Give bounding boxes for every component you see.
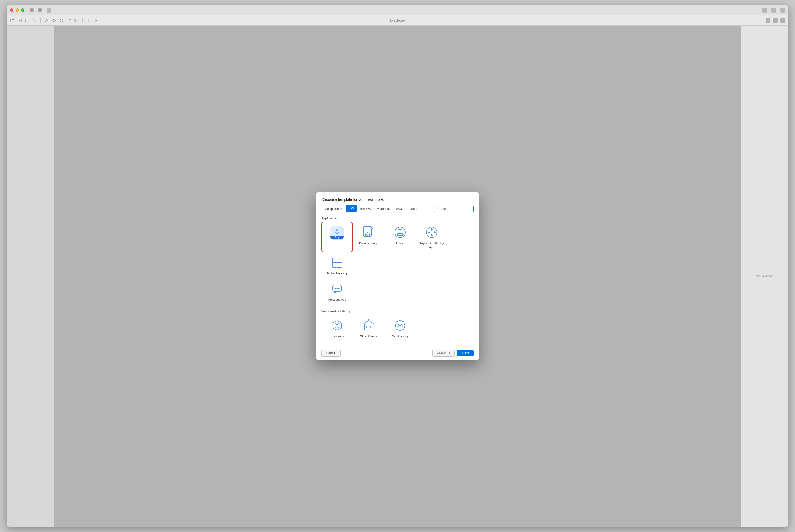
sticker-icon [330,256,344,266]
template-game[interactable]: Game [384,222,398,252]
svg-point-16 [395,227,398,238]
inspector-icon[interactable] [25,18,30,23]
close-tab-icon[interactable] [17,18,22,23]
sidebar [7,26,54,266]
stop-button[interactable] [38,8,42,12]
svg-rect-30 [337,258,342,263]
svg-rect-29 [332,258,337,263]
maximize-button[interactable] [21,8,24,12]
game-label: Game [396,241,398,245]
traffic-lights [10,8,24,12]
minimize-button[interactable] [16,8,19,12]
tabs-row: Multiplatform iOS macOS watchOS tvOS Oth… [321,205,398,213]
tab-multiplatform[interactable]: Multiplatform [321,206,346,212]
app-icon-wrap: App [330,226,344,240]
run-button[interactable] [30,8,34,12]
close-button[interactable] [10,8,14,12]
svg-marker-12 [60,19,63,22]
app-badge-label: App [330,235,344,240]
search-icon[interactable] [32,18,37,23]
breadcrumb: No Selection [389,19,398,22]
template-document-app[interactable]: Document App [353,222,384,252]
tag-icon[interactable] [74,18,79,23]
sticker-icon-wrap [330,255,344,266]
tab-ios[interactable]: iOS [346,205,357,212]
app-icon: App [330,226,344,240]
modal-body: Choose a template for your new project: … [316,192,398,266]
template-sticker-pack[interactable]: Sticker Pack App [321,252,353,266]
toolbar: No Selection [7,15,398,26]
folder-icon[interactable] [10,18,15,23]
back-icon[interactable] [86,18,91,23]
section-label-application: Application [321,216,398,220]
document-app-icon [362,226,375,239]
document-app-label: Document App [359,241,378,245]
titlebar [7,5,398,15]
svg-marker-0 [31,9,33,11]
modal-overlay: Choose a template for your new project: … [54,26,398,266]
app-icon-inner: App [330,226,344,240]
app-store-symbol [333,228,341,235]
new-project-modal: Choose a template for your new project: … [316,192,398,266]
scheme-button[interactable] [46,8,51,13]
document-app-icon-wrap [361,225,376,240]
svg-rect-1 [39,10,41,11]
main-window: No Selection No Selection Choose a templ… [7,5,398,266]
tab-watchos[interactable]: watchOS [374,206,393,212]
tab-macos[interactable]: macOS [357,206,374,212]
tab-tvos[interactable]: tvOS [393,206,398,212]
game-icon [393,226,398,239]
application-grid: App [321,222,398,266]
hexagon-icon[interactable] [59,18,64,23]
titlebar-controls [30,8,51,13]
svg-rect-32 [337,263,342,266]
template-app[interactable]: App [321,222,353,252]
main-editor: No Selection Choose a template for your … [54,26,398,266]
game-icon-wrap [393,225,398,240]
content-area: No Selection Choose a template for your … [7,26,398,266]
svg-rect-31 [332,263,337,266]
toolbar-separator [40,18,41,23]
pencil-icon[interactable] [67,18,71,23]
svg-marker-11 [53,19,56,22]
svg-line-8 [35,21,36,22]
svg-rect-5 [25,19,29,22]
modal-title: Choose a template for your new project: [321,197,398,202]
diamond-icon[interactable] [52,18,57,23]
warning-icon[interactable] [44,18,49,23]
forward-icon[interactable] [94,18,98,23]
svg-point-13 [75,19,76,20]
